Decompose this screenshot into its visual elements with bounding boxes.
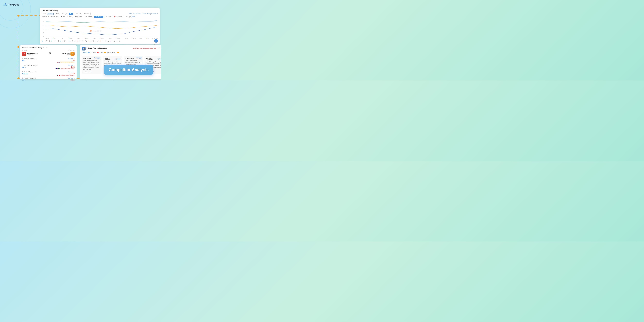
svg-point-2 <box>5 4 6 5</box>
svg-text:Oct 13: Oct 13 <box>70 38 72 39</box>
info-icon-4: ⓘ <box>35 78 36 79</box>
title-bar <box>42 10 42 11</box>
svg-text:🦊 FoxData: 🦊 FoxData <box>89 30 102 32</box>
metric-3-left: 3. Ranked Keywords ⓘ 475858 <box>22 71 36 75</box>
svg-text:Oct 31: Oct 31 <box>93 38 96 39</box>
review-title-bar <box>86 47 87 49</box>
metric-1-flags: 🇺🇸🇬🇧 +27 Not Launched in Country <box>57 62 74 63</box>
review-header: 🎲 Smart Review Summary The following con… <box>82 47 161 50</box>
vs-section: Current App M MONOPOLY GO! Scopely, Inc.… <box>22 50 74 56</box>
copy-addictive-btn[interactable]: 📋 Copy <box>115 58 121 60</box>
current-app-details: MONOPOLY GO! Scopely, Inc. <box>27 52 38 55</box>
time-range-row: Time Range Last 24 Hours Today Yesterday… <box>42 16 158 18</box>
download-button[interactable]: ⬇ <box>154 39 158 43</box>
svg-text:Nov 24: Nov 24 <box>125 38 128 39</box>
time-yesterday-btn[interactable]: Yesterday <box>66 16 74 18</box>
add-custom-event[interactable]: + Add Custom Event <box>129 13 141 14</box>
metrics-section: 1. Available Countries ⓘ 140 View more ›… <box>22 57 74 80</box>
legend-family-grossing: Family(Grossing) <box>110 40 120 42</box>
filter-divider <box>61 13 61 15</box>
vs-text: VS <box>48 52 52 54</box>
logo-text: FoxData <box>8 3 19 6</box>
copy-family-fun-btn[interactable]: 📋 Copy <box>94 57 100 59</box>
time-type-daily-btn[interactable]: Daily <box>131 16 136 18</box>
metric-3-flags: 🇦🇪 🇵🇱 +138 Few Country Coverage <box>57 74 74 76</box>
info-icon-2: ⓘ <box>36 64 38 66</box>
selected-app-info: Sticker GO! Gameo S <box>62 52 74 56</box>
corner-tl <box>18 15 19 16</box>
legend-dot-board-free <box>60 40 61 42</box>
legend-overall-free: Overall(Free) <box>42 40 50 42</box>
tab-negative[interactable]: Negative 5 <box>91 52 99 54</box>
svg-text:Oct 25: Oct 25 <box>86 38 88 39</box>
device-ipad-btn[interactable]: iPad <box>55 13 60 15</box>
svg-text:Oct 7: Oct 7 <box>62 38 64 39</box>
tab-bug[interactable]: Bug 5 <box>101 52 106 54</box>
svg-text:20: 20 <box>43 24 44 26</box>
metric-1-left: 1. Available Countries ⓘ 140 <box>22 58 37 62</box>
metric-3-right: View more › 18129 🇦🇪 🇵🇱 +138 Few Country… <box>57 71 74 76</box>
monopoly-app-icon: M <box>22 52 26 56</box>
legend-games-free: Games(Free) <box>51 40 59 42</box>
svg-text:Oct 1: Oct 1 <box>54 38 56 39</box>
review-title-left: 🎲 Smart Review Summary <box>82 47 107 50</box>
logo: FoxData <box>3 2 19 7</box>
svg-text:Oct 19: Oct 19 <box>78 38 80 39</box>
competitor-analysis-badge: Competitor Analysis <box>104 65 153 75</box>
copy-great-design-btn[interactable]: 📋 Copy <box>136 57 142 59</box>
time-24h-btn[interactable]: Last 24 Hours <box>50 16 60 18</box>
time-90d-btn[interactable]: Last 90 Days <box>94 16 103 18</box>
global-comparisons-title: Overview of Global Comparisons <box>22 47 74 49</box>
review-app-icon: 🎲 <box>82 47 86 50</box>
svg-text:Dec 18: Dec 18 <box>152 38 155 39</box>
ranking-chart: 2 20 40 60 80 Sep 25 Oct 1 Oct 7 Oct 13 … <box>42 19 158 40</box>
current-app-section: Current App M MONOPOLY GO! Scopely, Inc. <box>22 50 38 56</box>
svg-text:Nov 6: Nov 6 <box>101 38 104 39</box>
corner-bl <box>18 78 19 79</box>
review-card-addictive-header: Addictive Gameplay 📋 Copy <box>104 57 121 60</box>
metric-2-left: 2. Visibility Score(avg.) ⓘ 24.5 <box>22 64 38 68</box>
review-card-family-fun-header: Family Fun 📋 Copy <box>83 57 100 59</box>
tab-positive[interactable]: Positive 4 <box>82 52 90 54</box>
review-card-nostalgic-header: Nostalgic Experience 📋 Copy <box>146 57 161 60</box>
legend-overall-grossing: Overall(Grossing) <box>78 40 87 42</box>
time-customize-btn[interactable]: 📅 Customize <box>113 16 123 18</box>
legend-dot-board-grossing <box>100 40 100 42</box>
list-type-grossing-btn[interactable]: Grossing <box>83 13 90 15</box>
info-icon-3: ⓘ <box>35 71 36 73</box>
svg-text:2: 2 <box>43 20 44 22</box>
metric-4-left: 4. Bidding Keywords ⓘ 730 <box>22 78 36 80</box>
device-filter-row: Device iPhone iPad List Type All Free/Pa… <box>42 13 158 15</box>
svg-point-32 <box>100 38 101 38</box>
svg-text:Nov 18: Nov 18 <box>117 38 120 39</box>
generated-time: The following conclusions are generated … <box>133 48 161 49</box>
global-comparisons-card: Overview of Global Comparisons Current A… <box>20 45 77 79</box>
metric-ranked-keywords: 3. Ranked Keywords ⓘ 475858 View more › … <box>22 70 74 77</box>
time-30d-btn[interactable]: Last 30 Days <box>84 16 93 18</box>
legend-dot-games-free <box>51 40 52 42</box>
svg-text:Dec 23: Dec 23 <box>156 38 158 39</box>
time-1y-btn[interactable]: Last 1 Year <box>104 16 112 18</box>
svg-point-31 <box>84 38 85 38</box>
time-today-btn[interactable]: Today <box>60 16 66 18</box>
svg-text:Dec 6: Dec 6 <box>139 38 142 39</box>
metric-visibility-score: 2. Visibility Score(avg.) ⓘ 24.5 View mo… <box>22 64 74 70</box>
copy-nostalgic-btn[interactable]: 📋 Copy <box>157 58 161 60</box>
device-iphone-btn[interactable]: iPhone <box>47 13 54 15</box>
review-card-family-fun: Family Fun 📋 Copy Users love the game fo… <box>82 56 102 74</box>
legend-board-free: Board(Free) <box>60 40 67 42</box>
mid-left <box>18 46 19 48</box>
svg-point-30 <box>69 38 69 38</box>
review-count-family-fun: Review count 5 <box>83 71 100 73</box>
list-type-freepaid-btn[interactable]: Free/Paid <box>74 13 82 15</box>
foxdata-logo-icon <box>3 2 8 7</box>
metric-2-flags: 🇦🇺 🇳🇿 🇧🇷 +31 Low Visibility in Country <box>56 68 74 70</box>
events-node[interactable]: Events Node (12 selected) <box>142 13 158 14</box>
svg-point-33 <box>116 38 116 38</box>
time-7d-btn[interactable]: Last 7 Days <box>74 16 83 18</box>
tab-requirements[interactable]: Requirements 6 <box>108 52 119 54</box>
legend-dot-overall-grossing <box>78 40 78 42</box>
svg-point-29 <box>53 38 54 38</box>
list-type-all-btn[interactable]: All <box>69 13 73 15</box>
metric-2-right: View more › 7.32 🇦🇺 🇳🇿 🇧🇷 +31 Low Visibi… <box>56 64 74 70</box>
